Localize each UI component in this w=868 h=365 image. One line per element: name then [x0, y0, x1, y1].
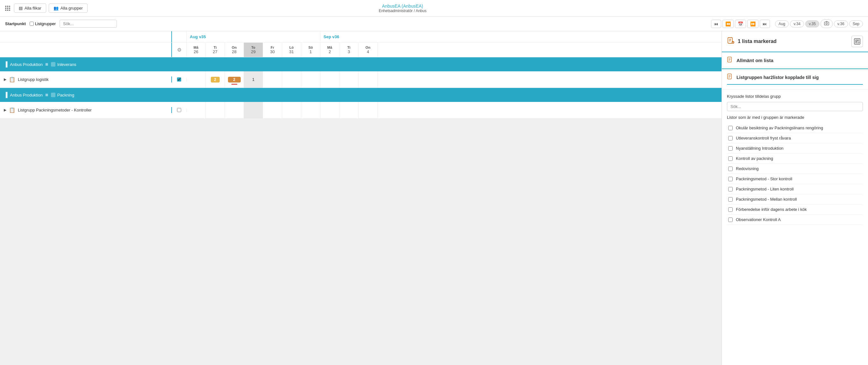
user-name: AnbusEA (AnbusEA) — [379, 3, 426, 9]
week-36-badge[interactable]: v.36 — [834, 20, 848, 27]
list-row-logistik-label[interactable]: ▶ 📋 Listgrupp logistik — [0, 77, 172, 83]
week-35-badge[interactable]: v.35 — [805, 20, 819, 27]
day-data-ti3-l2 — [339, 102, 359, 119]
search-input[interactable] — [60, 20, 117, 28]
main-layout: Aug v35 Sep v36 ⚙ Må26 Ti27 On28 To29 Fr… — [0, 31, 868, 365]
list-item-label-1: Okulär besiktning av Packningslinans ren… — [736, 125, 823, 130]
all-groups-button[interactable]: 👥 Alla grupper — [49, 3, 88, 13]
sep-week-header: Sep v36 — [320, 31, 721, 42]
list-item-checkbox-6[interactable] — [728, 177, 733, 181]
day-ma2: Må2 — [320, 43, 339, 57]
list-items-container: Okulär besiktning av Packningslinans ren… — [727, 123, 863, 225]
day-fr30: Fr30 — [263, 43, 282, 57]
expand-arrow-1[interactable]: ▶ — [4, 78, 6, 82]
search-lists-input[interactable] — [727, 102, 863, 111]
calendar-button[interactable]: 📅 — [735, 20, 746, 28]
day-so1: Sö1 — [301, 43, 320, 57]
day-data-fr30-l2 — [263, 102, 282, 119]
aug-week-header: Aug v35 — [187, 31, 320, 42]
expand-arrow-2[interactable]: ▶ — [4, 108, 6, 112]
content-rows: ▐ Anbus Produktion ■ Inleverans ▶ 📋 List… — [0, 57, 721, 365]
list-item-checkbox-7[interactable] — [728, 187, 733, 191]
right-body: Kryssade listor tilldelas grupp Listor s… — [722, 90, 868, 365]
week-camera-badge[interactable] — [820, 20, 833, 28]
day-on4: On4 — [359, 43, 378, 57]
gear-cell[interactable]: ⚙ — [172, 43, 187, 57]
right-section-listgrupp: Listgruppen har2listor kopplade till sig — [722, 69, 868, 90]
group2-category: Packning — [57, 93, 74, 97]
day-data-fr30-l1 — [263, 71, 282, 88]
group2-icon: ▐ — [4, 92, 7, 98]
list-item-9: Förberedelse inför dagens arbete i kök — [727, 205, 863, 215]
checkbox-cell-1[interactable] — [172, 78, 187, 82]
all-tabs-icon: ▤ — [19, 6, 23, 10]
nav-last-button[interactable]: ⏭ — [760, 20, 770, 28]
list-name-packningsmetoder: Listgrupp Packningsmetoder - Kontroller — [18, 108, 92, 113]
day-data-ma26-l2 — [187, 102, 206, 119]
all-tabs-button[interactable]: ▤ Alla flikar — [14, 3, 46, 13]
day-header-spacer — [0, 43, 172, 57]
day-data-ma2-l2 — [320, 102, 339, 119]
top-bar-left: ▤ Alla flikar 👥 Alla grupper — [4, 3, 88, 13]
group-member-label: Listor som är med i gruppen är markerade — [727, 115, 863, 120]
list-item-label-6: Packningsmetod - Stor kontroll — [736, 177, 792, 181]
nav-next-button[interactable]: ⏩ — [747, 20, 758, 28]
day-data-on4-l1 — [359, 71, 378, 88]
all-groups-label: Alla grupper — [61, 6, 83, 10]
gear-col-header — [172, 31, 187, 42]
group-header-inleverans: ▐ Anbus Produktion ■ Inleverans — [0, 57, 721, 71]
week-sep-badge[interactable]: Sep — [849, 20, 863, 27]
list-item-checkbox-5[interactable] — [728, 166, 733, 171]
list-item-label-3: Nyanställning Introduktion — [736, 146, 784, 151]
list-icon-2: 📋 — [9, 107, 15, 113]
right-section-allman: Allmänt om lista — [722, 52, 868, 69]
startpunkt-label: Startpunkt — [5, 21, 26, 26]
list-item-checkbox-10[interactable] — [728, 217, 733, 222]
day-data-lo31-l2 — [282, 102, 301, 119]
grid-icon[interactable] — [4, 4, 11, 12]
list-checkbox-1[interactable] — [177, 78, 181, 82]
week-34-badge[interactable]: v.34 — [790, 20, 804, 27]
list-item-checkbox-8[interactable] — [728, 197, 733, 202]
day-data-so1-l1 — [301, 71, 320, 88]
list-item-label-5: Redovisning — [736, 166, 759, 171]
svg-rect-8 — [856, 40, 857, 41]
listgrupper-label: Listgrupper — [35, 21, 56, 26]
svg-rect-7 — [854, 38, 860, 44]
list-item-checkbox-2[interactable] — [728, 136, 733, 141]
list-row-packningsmetoder-label[interactable]: ▶ 📋 Listgrupp Packningsmetoder - Kontrol… — [0, 107, 172, 113]
list-item-4: Kontroll av packning — [727, 154, 863, 164]
assigned-label: Kryssade listor tilldelas grupp — [727, 94, 863, 99]
right-panel-title-text: 1 lista markerad — [738, 38, 777, 44]
badge-ti27[interactable]: 2 — [211, 77, 220, 83]
num-to29: 1 — [252, 77, 254, 82]
day-data-lo31-l1 — [282, 71, 301, 88]
list-item-checkbox-1[interactable] — [728, 126, 733, 130]
all-groups-icon: 👥 — [54, 6, 59, 10]
listgrupp-icon — [727, 73, 733, 81]
user-role: Enhetsadministratör / Anbus — [379, 9, 426, 13]
list-icon-1: 📋 — [9, 77, 15, 83]
toolbar: Startpunkt Listgrupper ⏮ ⏪ 📅 ⏩ ⏭ Aug v.3… — [0, 17, 868, 31]
listgrupper-checkbox[interactable] — [30, 22, 34, 26]
day-header: ⚙ Må26 Ti27 On28 To29 Fr30 Lö31 Sö1 Må2 … — [0, 43, 721, 57]
nav-first-button[interactable]: ⏮ — [711, 20, 721, 28]
scan-button[interactable] — [851, 36, 863, 47]
list-item-checkbox-3[interactable] — [728, 146, 733, 151]
list-item-checkbox-9[interactable] — [728, 207, 733, 212]
week-aug-badge[interactable]: Aug — [775, 20, 789, 27]
list-item-7: Packningsmetod - Liten kontroll — [727, 184, 863, 194]
badge-on28[interactable]: 2 — [228, 77, 241, 83]
checkbox-cell-2[interactable] — [172, 108, 187, 112]
list-item-label-4: Kontroll av packning — [736, 156, 773, 161]
user-info: AnbusEA (AnbusEA) Enhetsadministratör / … — [379, 3, 426, 13]
list-item-label-7: Packningsmetod - Liten kontroll — [736, 187, 794, 191]
nav-prev-button[interactable]: ⏪ — [722, 20, 734, 28]
list-checkbox-2[interactable] — [177, 108, 181, 112]
listgrupp-section-title: Listgruppen har2listor kopplade till sig — [727, 73, 863, 85]
listgrupper-check[interactable]: Listgrupper — [30, 21, 56, 26]
svg-rect-2 — [728, 38, 732, 43]
day-data-ti3-l1 — [339, 71, 359, 88]
day-ma26: Må26 — [187, 43, 206, 57]
list-item-checkbox-4[interactable] — [728, 156, 733, 161]
